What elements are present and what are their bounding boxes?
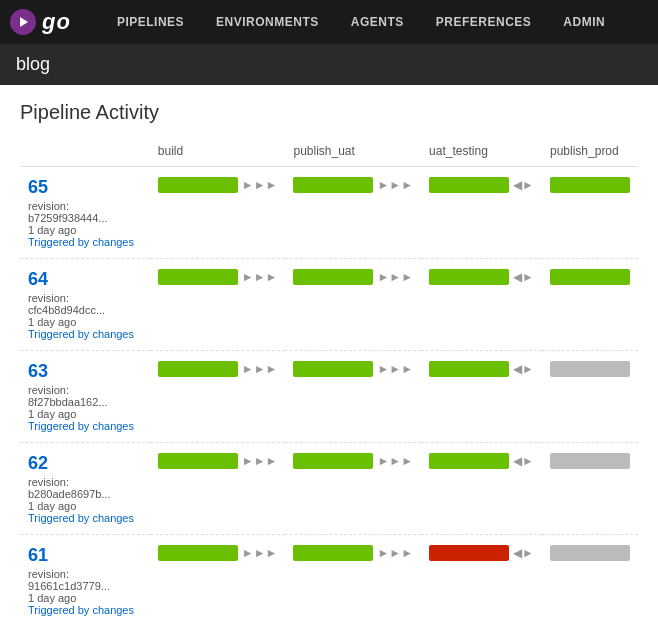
col-header-build: build [150,140,286,167]
stage-bar-publish-uat[interactable] [293,453,373,469]
stage-bar-uat-testing[interactable] [429,361,509,377]
nav-environments[interactable]: Environments [200,0,335,44]
stage-arrow-2: ►►► [377,270,413,284]
stage-bar-publish-prod[interactable] [550,177,630,193]
stage-cell-publish-uat: ►►► [285,351,421,443]
stage-bar-uat-testing[interactable] [429,545,509,561]
stage-bar-publish-uat[interactable] [293,269,373,285]
stage-cell-publish-prod [542,443,638,535]
stage-cell-build: ►►► [150,351,286,443]
stage-arrow-3: ◀► [513,178,534,192]
pipeline-revision: revision: b280ade8697b... [28,476,142,500]
col-header-publish-prod: publish_prod [542,140,638,167]
stage-bar-publish-prod[interactable] [550,453,630,469]
pipeline-time: 1 day ago [28,592,142,604]
pipeline-revision: revision: 91661c1d3779... [28,568,142,592]
stage-arrow-1: ►►► [242,270,278,284]
stage-cell-publish-prod [542,259,638,351]
pipeline-revision: revision: b7259f938444... [28,200,142,224]
stage-bar-build[interactable] [158,177,238,193]
stage-cell-publish-prod [542,535,638,624]
stage-wrapper-uat-testing: ◀► [429,177,534,193]
stage-bar-build[interactable] [158,269,238,285]
stage-bar-publish-prod[interactable] [550,269,630,285]
stage-arrow-3: ◀► [513,454,534,468]
pipeline-number[interactable]: 65 [28,177,142,198]
stage-wrapper-uat-testing: ◀► [429,361,534,377]
stage-arrow-1: ►►► [242,178,278,192]
stage-bar-publish-uat[interactable] [293,177,373,193]
stage-wrapper-build: ►►► [158,361,278,377]
stage-cell-uat-testing: ◀► [421,259,542,351]
table-row: 62 revision: b280ade8697b... 1 day ago T… [20,443,638,535]
table-row: 65 revision: b7259f938444... 1 day ago T… [20,167,638,259]
pipeline-info-cell: 64 revision: cfc4b8d94dcc... 1 day ago T… [20,259,150,351]
stage-arrow-2: ►►► [377,362,413,376]
stage-bar-publish-prod[interactable] [550,545,630,561]
pipeline-number[interactable]: 62 [28,453,142,474]
stage-cell-publish-prod [542,167,638,259]
stage-bar-uat-testing[interactable] [429,453,509,469]
stage-bar-build[interactable] [158,453,238,469]
col-header-info [20,140,150,167]
stage-arrow-1: ►►► [242,362,278,376]
table-row: 64 revision: cfc4b8d94dcc... 1 day ago T… [20,259,638,351]
pipeline-trigger[interactable]: Triggered by changes [28,604,142,616]
stage-cell-build: ►►► [150,443,286,535]
pipeline-number[interactable]: 61 [28,545,142,566]
stage-wrapper-publish-uat: ►►► [293,453,413,469]
stage-cell-publish-uat: ►►► [285,259,421,351]
stage-bar-uat-testing[interactable] [429,177,509,193]
pipeline-revision: revision: cfc4b8d94dcc... [28,292,142,316]
stage-wrapper-build: ►►► [158,545,278,561]
pipeline-time: 1 day ago [28,500,142,512]
stage-bar-uat-testing[interactable] [429,269,509,285]
pipeline-number[interactable]: 63 [28,361,142,382]
pipeline-time: 1 day ago [28,316,142,328]
nav-pipelines[interactable]: Pipelines [101,0,200,44]
nav-agents[interactable]: Agents [335,0,420,44]
pipeline-trigger[interactable]: Triggered by changes [28,512,142,524]
stage-bar-publish-uat[interactable] [293,361,373,377]
pipeline-time: 1 day ago [28,224,142,236]
nav-admin[interactable]: Admin [547,0,621,44]
nav-items: Pipelines Environments Agents Preference… [101,0,621,44]
stage-wrapper-publish-prod [550,545,630,561]
stage-cell-build: ►►► [150,535,286,624]
pipeline-trigger[interactable]: Triggered by changes [28,236,142,248]
stage-wrapper-uat-testing: ◀► [429,453,534,469]
pipeline-info-cell: 63 revision: 8f27bbdaa162... 1 day ago T… [20,351,150,443]
stage-cell-publish-prod [542,351,638,443]
col-header-publish-uat: publish_uat [285,140,421,167]
pipeline-trigger[interactable]: Triggered by changes [28,328,142,340]
stage-arrow-3: ◀► [513,362,534,376]
stage-arrow-2: ►►► [377,546,413,560]
stage-arrow-3: ◀► [513,270,534,284]
stage-arrow-1: ►►► [242,454,278,468]
stage-wrapper-publish-uat: ►►► [293,177,413,193]
stage-arrow-2: ►►► [377,178,413,192]
pipeline-number[interactable]: 64 [28,269,142,290]
nav-preferences[interactable]: Preferences [420,0,548,44]
stage-bar-publish-uat[interactable] [293,545,373,561]
svg-marker-0 [20,17,28,27]
stage-arrow-3: ◀► [513,546,534,560]
page-title: blog [16,54,50,74]
stage-wrapper-build: ►►► [158,269,278,285]
section-title: Pipeline Activity [20,101,638,124]
top-navigation: go Pipelines Environments Agents Prefere… [0,0,658,44]
stage-cell-uat-testing: ◀► [421,351,542,443]
logo-text: go [42,9,71,35]
stage-bar-build[interactable] [158,361,238,377]
stage-wrapper-publish-uat: ►►► [293,361,413,377]
pipeline-trigger[interactable]: Triggered by changes [28,420,142,432]
stage-wrapper-build: ►►► [158,453,278,469]
stage-bar-build[interactable] [158,545,238,561]
stage-cell-publish-uat: ►►► [285,535,421,624]
stage-cell-build: ►►► [150,259,286,351]
stage-bar-publish-prod[interactable] [550,361,630,377]
stage-wrapper-build: ►►► [158,177,278,193]
stage-wrapper-publish-uat: ►►► [293,545,413,561]
stage-wrapper-uat-testing: ◀► [429,545,534,561]
stage-cell-uat-testing: ◀► [421,443,542,535]
